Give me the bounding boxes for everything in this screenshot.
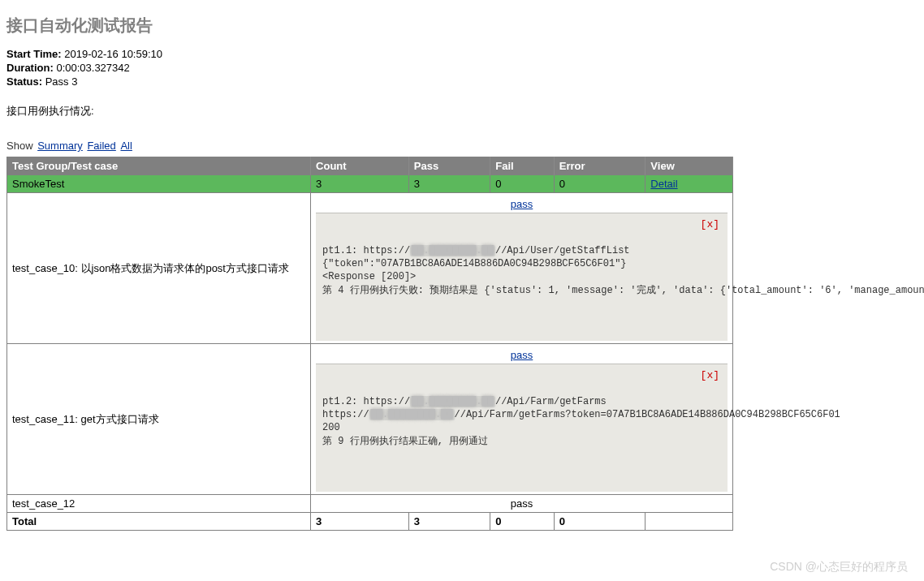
- case-row-12: test_case_12 pass: [7, 495, 733, 513]
- case11-detail-cell: pass [x] pt1.2: https://██.████████.██//…: [311, 344, 733, 495]
- c11-l4: 第 9 行用例执行结果正确, 用例通过: [322, 436, 488, 447]
- results-table: Test Group/Test case Count Pass Fail Err…: [6, 157, 733, 531]
- case10-detail-cell: pass [x] pt1.1: https://██.████████.██//…: [311, 193, 733, 344]
- show-prefix: Show: [6, 140, 33, 152]
- meta-status-value: Pass 3: [45, 75, 78, 88]
- case-row-10: test_case_10: 以json格式数据为请求体的post方式接口请求 p…: [7, 193, 733, 344]
- total-count: 3: [311, 513, 409, 531]
- page-title: 接口自动化测试报告: [6, 15, 918, 37]
- case11-name: test_case_11: get方式接口请求: [7, 344, 311, 495]
- meta-start-label: Start Time:: [6, 48, 62, 60]
- filter-links: Show Summary Failed All: [6, 140, 918, 152]
- case10-output-box: [x] pt1.1: https://██.████████.██//Api/U…: [316, 213, 728, 341]
- th-view: View: [646, 157, 733, 175]
- c10-l1-post: //Api/User/getStaffList: [495, 245, 630, 256]
- total-pass: 3: [408, 513, 490, 531]
- c10-l4: 第 4 行用例执行失败: 预期结果是 {'status': 1, 'messag…: [322, 285, 924, 296]
- th-error: Error: [554, 157, 646, 175]
- case11-pass-link[interactable]: pass: [511, 349, 533, 361]
- meta-start-time: Start Time: 2019-02-16 10:59:10: [6, 48, 918, 60]
- th-fail: Fail: [490, 157, 554, 175]
- close-icon[interactable]: [x]: [701, 218, 719, 230]
- group-error: 0: [554, 175, 646, 193]
- show-failed-link[interactable]: Failed: [87, 140, 115, 152]
- c11-l1-blur: ██.████████.██: [410, 396, 495, 407]
- c11-l2-blur: ██.████████.██: [369, 409, 455, 420]
- c11-l3: 200: [322, 422, 340, 433]
- case-row-11: test_case_11: get方式接口请求 pass [x] pt1.2: …: [7, 344, 733, 495]
- case10-pass-wrap: pass: [316, 196, 728, 213]
- case10-name: test_case_10: 以json格式数据为请求体的post方式接口请求: [7, 193, 311, 344]
- c11-l1-pre: pt1.2: https://: [322, 396, 410, 407]
- c11-l2-pre: https://: [322, 409, 369, 420]
- total-view: [646, 513, 733, 531]
- show-summary-link[interactable]: Summary: [37, 140, 83, 152]
- group-row-smoketest: SmokeTest 3 3 0 0 Detail: [7, 175, 733, 193]
- c10-l1-blur: ██.████████.██: [410, 245, 495, 256]
- section-label: 接口用例执行情况:: [6, 104, 918, 118]
- group-fail: 0: [490, 175, 554, 193]
- total-fail: 0: [490, 513, 554, 531]
- meta-status: Status: Pass 3: [6, 75, 918, 88]
- meta-duration-value: 0:00:03.327342: [56, 62, 129, 74]
- case10-output: pt1.1: https://██.████████.██//Api/User/…: [322, 244, 721, 297]
- meta-start-value: 2019-02-16 10:59:10: [64, 48, 162, 60]
- th-pass: Pass: [408, 157, 490, 175]
- case11-output-box: [x] pt1.2: https://██.████████.██//Api/F…: [316, 364, 728, 492]
- case12-status: pass: [311, 495, 733, 513]
- case10-pass-link[interactable]: pass: [511, 198, 533, 210]
- group-name: SmokeTest: [7, 175, 311, 193]
- c10-l1-pre: pt1.1: https://: [322, 245, 410, 256]
- case12-name: test_case_12: [7, 495, 311, 513]
- show-all-link[interactable]: All: [120, 140, 132, 152]
- total-label: Total: [7, 513, 311, 531]
- meta-status-label: Status:: [6, 75, 42, 88]
- c11-l1-post: //Api/Farm/getFarms: [495, 396, 607, 407]
- th-count: Count: [311, 157, 409, 175]
- total-row: Total 3 3 0 0: [7, 513, 733, 531]
- group-view-cell: Detail: [646, 175, 733, 193]
- close-icon[interactable]: [x]: [701, 369, 719, 381]
- case11-output: pt1.2: https://██.████████.██//Api/Farm/…: [322, 395, 721, 448]
- group-detail-link[interactable]: Detail: [650, 178, 677, 190]
- group-count: 3: [311, 175, 409, 193]
- c10-l3: <Response [200]>: [322, 271, 416, 282]
- c11-l2-post: //Api/Farm/getFarms?token=07A7B1BC8A6ADE…: [455, 409, 840, 420]
- header-row: Test Group/Test case Count Pass Fail Err…: [7, 157, 733, 175]
- total-error: 0: [554, 513, 646, 531]
- c10-l2: {"token":"07A7B1BC8A6ADE14B886DA0C94B298…: [322, 258, 626, 269]
- group-pass: 3: [408, 175, 490, 193]
- case11-pass-wrap: pass: [316, 346, 728, 364]
- meta-duration: Duration: 0:00:03.327342: [6, 62, 918, 74]
- th-name: Test Group/Test case: [7, 157, 311, 175]
- meta-duration-label: Duration:: [6, 62, 54, 74]
